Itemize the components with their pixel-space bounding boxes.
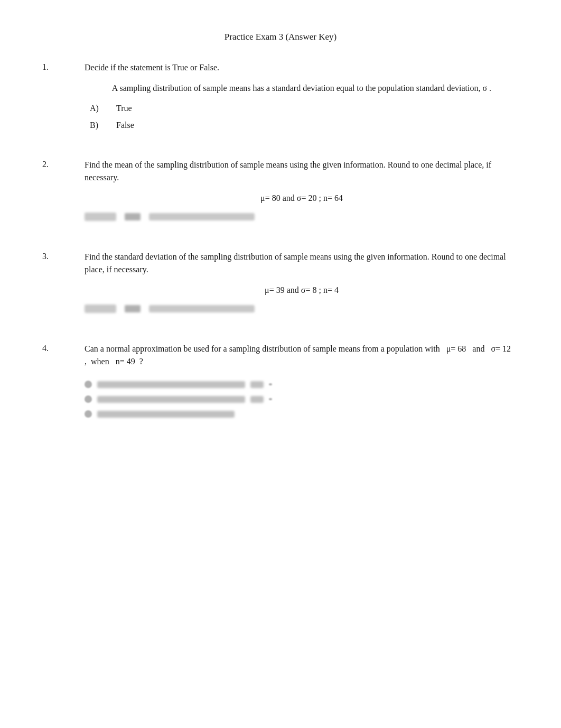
q4-text-b: [97, 396, 245, 403]
blur-answer-2a: [85, 213, 116, 221]
q4-option-a-blurred: [85, 381, 519, 388]
q4-end-b: [250, 396, 264, 403]
q4-end-a: [250, 381, 264, 388]
q4-circle-b: [85, 395, 92, 403]
blur-label-3: [125, 305, 141, 312]
page-title: Practice Exam 3 (Answer Key): [42, 32, 519, 42]
q4-dot-b: [269, 398, 272, 400]
question-4-options-blurred: [85, 381, 519, 418]
question-4-content: Can a normal approximation be used for a…: [85, 343, 519, 425]
question-3: 3. Find the standard deviation of the sa…: [42, 251, 519, 321]
q4-dot-a: [269, 383, 272, 385]
question-3-text: Find the standard deviation of the sampl…: [85, 251, 519, 276]
question-1-options: A) True B) False: [90, 104, 519, 130]
q4-question-mark: ?: [139, 357, 143, 366]
question-number-1: 1.: [42, 61, 85, 72]
option-label-1a: A): [90, 104, 116, 113]
option-text-1b: False: [116, 121, 134, 130]
q4-sigma: σ= 12: [491, 344, 511, 353]
question-4-text-main: Can a normal approximation be used for a…: [85, 344, 440, 353]
question-2-content: Find the mean of the sampling distributi…: [85, 159, 519, 229]
q4-mu: μ= 68: [446, 344, 466, 353]
q4-text-c: [97, 411, 235, 418]
question-number-2: 2.: [42, 159, 85, 169]
q4-n: n= 49: [116, 357, 135, 366]
q4-circle-c: [85, 410, 92, 418]
option-1a: A) True: [90, 104, 519, 113]
question-3-formula: μ= 39 and σ= 8 ; n= 4: [85, 285, 519, 295]
question-4-text: Can a normal approximation be used for a…: [85, 343, 519, 368]
question-number-3: 3.: [42, 251, 85, 261]
q4-option-c-blurred: [85, 410, 519, 418]
option-label-1b: B): [90, 121, 116, 130]
question-2: 2. Find the mean of the sampling distrib…: [42, 159, 519, 229]
question-3-content: Find the standard deviation of the sampl…: [85, 251, 519, 321]
blur-answer-3b: [149, 305, 255, 312]
q4-when: when: [91, 357, 109, 366]
q4-comma: ,: [85, 357, 87, 366]
blur-answer-2b: [149, 213, 255, 220]
option-text-1a: True: [116, 104, 132, 113]
question-2-text: Find the mean of the sampling distributi…: [85, 159, 519, 184]
q4-and: and: [472, 344, 484, 353]
q4-option-b-blurred: [85, 395, 519, 403]
option-1b: B) False: [90, 121, 519, 130]
question-1: 1. Decide if the statement is True or Fa…: [42, 61, 519, 137]
question-number-4: 4.: [42, 343, 85, 353]
question-1-content: Decide if the statement is True or False…: [85, 61, 519, 137]
question-4: 4. Can a normal approximation be used fo…: [42, 343, 519, 425]
blur-answer-3a: [85, 305, 116, 313]
q4-text-a: [97, 381, 245, 388]
question-1-statement: A sampling distribution of sample means …: [85, 84, 519, 93]
question-3-answer-blurred: [85, 305, 519, 313]
question-2-answer-blurred: [85, 213, 519, 221]
question-1-text: Decide if the statement is True or False…: [85, 61, 519, 74]
question-2-formula: μ= 80 and σ= 20 ; n= 64: [85, 193, 519, 203]
blur-label-2: [125, 213, 141, 220]
q4-circle-a: [85, 381, 92, 388]
